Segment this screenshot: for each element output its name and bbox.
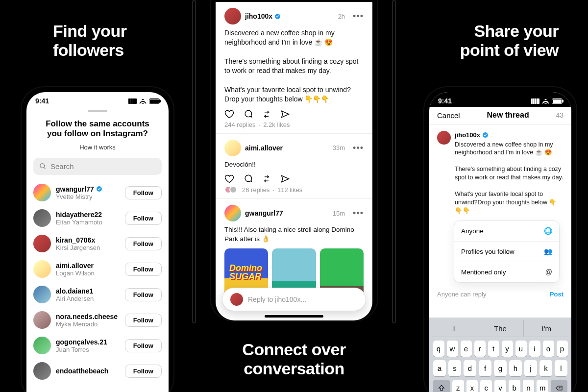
suggestion[interactable]: I bbox=[431, 320, 477, 337]
cancel-button[interactable]: Cancel bbox=[437, 111, 460, 120]
key-l[interactable]: l bbox=[555, 360, 567, 376]
avatar[interactable] bbox=[33, 209, 51, 227]
more-button[interactable]: ••• bbox=[353, 146, 364, 150]
follow-button[interactable]: Follow bbox=[125, 186, 162, 199]
composer-text[interactable]: Discovered a new coffee shop in my neigh… bbox=[455, 141, 564, 215]
username[interactable]: aimi.allover bbox=[56, 262, 120, 270]
key-b[interactable]: b bbox=[509, 380, 520, 392]
avatar[interactable] bbox=[33, 235, 51, 252]
audience-option[interactable]: Mentioned only@ bbox=[454, 262, 559, 282]
follow-button[interactable]: Follow bbox=[125, 212, 162, 225]
avatar[interactable] bbox=[224, 8, 241, 24]
reply-audience-hint[interactable]: Anyone can reply bbox=[437, 291, 486, 298]
username[interactable]: gwangurl77 bbox=[56, 185, 120, 193]
key-z[interactable]: z bbox=[452, 380, 464, 392]
keyboard-suggestions: ITheI'm bbox=[431, 320, 569, 337]
thread-post[interactable]: jiho100x 2h ••• Discovered a new coffee … bbox=[216, 2, 372, 134]
follow-button[interactable]: Follow bbox=[125, 288, 162, 301]
username[interactable]: hidayathere22 bbox=[56, 211, 120, 219]
how-it-works-link[interactable]: How it works bbox=[26, 144, 169, 151]
key-o[interactable]: o bbox=[543, 341, 554, 357]
more-button[interactable]: ••• bbox=[353, 14, 364, 19]
reply-input[interactable]: Reply to jiho100x... bbox=[222, 288, 366, 311]
username[interactable]: nora.needs.cheese bbox=[56, 313, 120, 320]
more-button[interactable]: ••• bbox=[353, 211, 364, 216]
avatar[interactable] bbox=[33, 311, 51, 329]
suggestion[interactable]: The bbox=[477, 320, 523, 337]
key-i[interactable]: i bbox=[529, 341, 540, 357]
audience-option[interactable]: Profiles you follow👥 bbox=[454, 242, 559, 262]
avatar[interactable] bbox=[224, 205, 241, 221]
avatar[interactable] bbox=[33, 362, 51, 380]
avatar[interactable] bbox=[33, 184, 51, 201]
key-x[interactable]: x bbox=[466, 380, 478, 392]
follow-button[interactable]: Follow bbox=[125, 237, 162, 250]
composer-body[interactable]: jiho100x Discovered a new coffee shop in… bbox=[429, 125, 571, 286]
follow-button[interactable]: Follow bbox=[125, 365, 162, 378]
post-meta[interactable]: 244 replies·2.2k likes bbox=[224, 121, 364, 128]
keyboard[interactable]: ITheI'm qwertyuiopasdfghjklzxcvbnm bbox=[429, 318, 571, 392]
key-n[interactable]: n bbox=[523, 380, 535, 392]
user-row[interactable]: nora.needs.cheeseMyka MercadoFollow bbox=[26, 307, 169, 333]
search-input[interactable]: Search bbox=[33, 158, 162, 175]
user-row[interactable]: gogonçalves.21Juan TorresFollow bbox=[26, 333, 169, 358]
key-t[interactable]: t bbox=[488, 341, 499, 357]
post-meta[interactable]: 26 replies·112 likes bbox=[224, 186, 364, 194]
thread-reply[interactable]: aimi.allover 33m ••• Devoción!! 26 repli… bbox=[216, 134, 372, 199]
key-d[interactable]: d bbox=[464, 360, 476, 376]
share-icon[interactable] bbox=[280, 109, 290, 119]
key-y[interactable]: y bbox=[502, 341, 513, 357]
avatar[interactable] bbox=[33, 260, 51, 278]
key-p[interactable]: p bbox=[557, 341, 568, 357]
key-s[interactable]: s bbox=[448, 360, 461, 376]
key-v[interactable]: v bbox=[494, 380, 506, 392]
home-indicator[interactable] bbox=[265, 315, 323, 318]
username[interactable]: aimi.allover bbox=[245, 144, 283, 152]
key-a[interactable]: a bbox=[433, 360, 446, 376]
key-c[interactable]: c bbox=[480, 380, 492, 392]
repost-icon[interactable] bbox=[262, 174, 271, 184]
shift-key[interactable] bbox=[433, 380, 450, 392]
key-u[interactable]: u bbox=[515, 341, 527, 357]
follow-button[interactable]: Follow bbox=[125, 263, 162, 276]
user-row[interactable]: endoatthebeachFollow bbox=[26, 358, 169, 384]
key-k[interactable]: k bbox=[539, 360, 552, 376]
comment-icon[interactable] bbox=[243, 109, 253, 119]
key-f[interactable]: f bbox=[479, 360, 491, 376]
key-r[interactable]: r bbox=[474, 341, 486, 357]
repost-icon[interactable] bbox=[262, 109, 271, 119]
user-row[interactable]: kiran_0706xKirsi JørgensenFollow bbox=[26, 231, 169, 256]
post-button[interactable]: Post bbox=[550, 291, 564, 298]
svg-point-0 bbox=[40, 164, 45, 168]
sheet-handle[interactable] bbox=[88, 110, 107, 112]
username[interactable]: jiho100x bbox=[245, 12, 281, 20]
audience-option[interactable]: Anyone🌐 bbox=[454, 221, 559, 242]
key-h[interactable]: h bbox=[509, 360, 522, 376]
username[interactable]: kiran_0706x bbox=[56, 236, 120, 244]
key-e[interactable]: e bbox=[461, 341, 472, 357]
user-row[interactable]: gwangurl77Yvette MistryFollow bbox=[26, 180, 169, 205]
avatar[interactable] bbox=[33, 286, 51, 303]
key-g[interactable]: g bbox=[494, 360, 507, 376]
key-q[interactable]: q bbox=[433, 341, 444, 357]
follow-button[interactable]: Follow bbox=[125, 314, 162, 327]
key-j[interactable]: j bbox=[524, 360, 537, 376]
user-row[interactable]: alo.daiane1Airi AndersenFollow bbox=[26, 282, 169, 307]
key-w[interactable]: w bbox=[447, 341, 458, 357]
suggestion[interactable]: I'm bbox=[523, 320, 569, 337]
user-row[interactable]: hidayathere22Eitan YamamotoFollow bbox=[26, 205, 169, 231]
username[interactable]: gogonçalves.21 bbox=[56, 338, 120, 346]
key-m[interactable]: m bbox=[537, 380, 548, 392]
avatar[interactable] bbox=[224, 140, 241, 156]
follow-button[interactable]: Follow bbox=[125, 339, 162, 352]
backspace-key[interactable] bbox=[551, 380, 567, 392]
username[interactable]: gwangurl77 bbox=[245, 209, 283, 217]
comment-icon[interactable] bbox=[243, 174, 253, 184]
like-icon[interactable] bbox=[224, 174, 234, 184]
user-row[interactable]: aimi.alloverLogan WilsonFollow bbox=[26, 256, 169, 282]
username[interactable]: endoatthebeach bbox=[56, 367, 120, 375]
avatar[interactable] bbox=[33, 337, 51, 354]
like-icon[interactable] bbox=[224, 109, 234, 119]
share-icon[interactable] bbox=[280, 174, 290, 184]
username[interactable]: alo.daiane1 bbox=[56, 287, 120, 295]
